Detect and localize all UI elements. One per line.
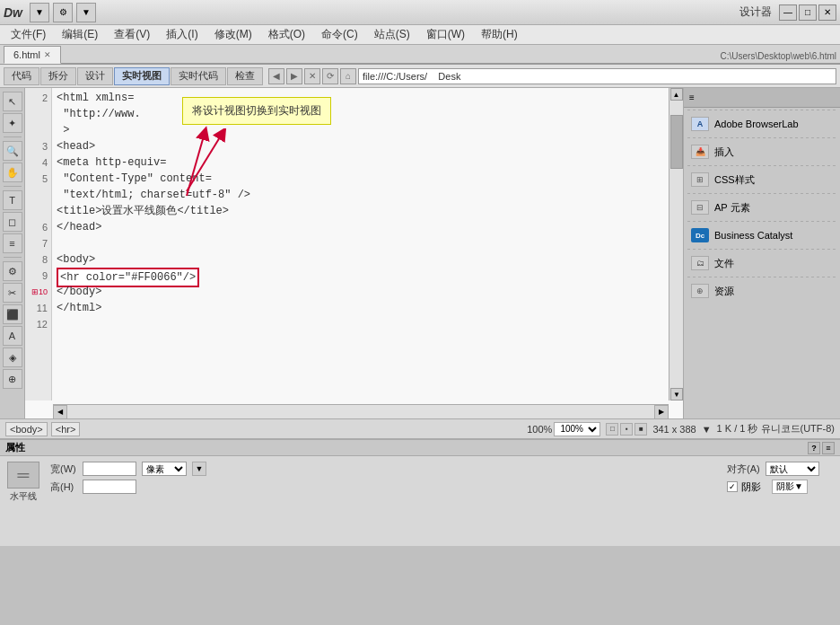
files-icon: 🗂 (691, 256, 709, 270)
nav-forward[interactable]: ▶ (286, 68, 302, 84)
menu-file[interactable]: 文件(F) (4, 25, 53, 44)
tool-insert[interactable]: ✦ (3, 113, 22, 133)
panel-item-browserlab[interactable]: A Adobe BrowserLab (684, 112, 840, 136)
title-tools: ▼ ⚙ ▼ (30, 3, 732, 22)
tool-6[interactable]: ⬛ (3, 304, 22, 324)
status-tag-hr[interactable]: <hr> (51, 422, 81, 436)
menu-edit[interactable]: 编辑(E) (55, 25, 105, 44)
minimize-button[interactable]: — (779, 4, 797, 21)
menu-insert[interactable]: 插入(I) (159, 25, 205, 44)
class-dropdown[interactable]: 阴影▼ (772, 480, 808, 494)
panel-item-assets[interactable]: ⊕ 资源 (684, 279, 840, 303)
status-tag-body[interactable]: <body> (5, 422, 48, 436)
tool-move[interactable]: ✋ (3, 163, 22, 182)
menu-site[interactable]: 站点(S) (367, 25, 417, 44)
tab-close-icon[interactable]: ✕ (44, 50, 51, 59)
tool-9[interactable]: ⊕ (3, 369, 22, 389)
code-line-2c: > (57, 122, 665, 138)
menu-modify[interactable]: 修改(M) (207, 25, 259, 44)
unit-dropdown-icon[interactable]: ▼ (192, 462, 206, 476)
ln-4: 4 (25, 154, 51, 171)
tooltip-box: 将设计视图切换到实时视图 (182, 97, 331, 125)
code-line-5: <title>设置水平线颜色</title> (57, 203, 665, 219)
panel-item-bc[interactable]: Dc Business Catalyst (684, 224, 840, 247)
unit-select[interactable]: 像素 % (142, 462, 187, 476)
tab-livecode[interactable]: 实时代码 (171, 67, 226, 85)
ap-icon: ⊟ (691, 200, 709, 215)
css-label: CSS样式 (714, 173, 755, 187)
ln-5: 5 (25, 171, 51, 187)
scrollbar-thumb-v[interactable] (670, 115, 683, 169)
tab-code[interactable]: 代码 (4, 67, 39, 85)
tool-btn-1[interactable]: ▼ (30, 3, 49, 22)
tool-arrow[interactable]: ↖ (3, 92, 22, 111)
ln-11: 11 (25, 300, 51, 316)
props-header-right: ? ≡ (808, 442, 835, 454)
ln-6: 6 (25, 219, 51, 235)
menu-view[interactable]: 查看(V) (107, 25, 157, 44)
tab-liveview[interactable]: 实时视图 (114, 67, 170, 85)
menu-bar: 文件(F) 编辑(E) 查看(V) 插入(I) 修改(M) 格式(O) 命令(C… (0, 25, 840, 45)
scroll-left-btn[interactable]: ◀ (53, 405, 67, 419)
scrollbar-horizontal[interactable]: ◀ ▶ (53, 404, 669, 418)
scrollbar-vertical[interactable]: ▲ ▼ (669, 88, 683, 401)
address-bar: 代码 拆分 设计 实时视图 实时代码 检查 ◀ ▶ ✕ ⟳ ⌂ (0, 65, 840, 88)
shadow-checkbox[interactable]: ✓ (727, 481, 738, 492)
props-row-height: 高(H) (50, 480, 718, 494)
scroll-right-btn[interactable]: ▶ (654, 405, 669, 419)
bc-icon: Dc (691, 228, 709, 242)
tool-4[interactable]: ⚙ (3, 261, 22, 281)
tool-zoom[interactable]: 🔍 (3, 141, 22, 161)
props-menu-btn[interactable]: ≡ (822, 442, 835, 454)
align-select[interactable]: 默认 左对齐 居中 右对齐 (766, 462, 819, 476)
tab-6html[interactable]: 6.html ✕ (4, 46, 61, 64)
panel-sep-1 (687, 110, 836, 110)
panel-item-css[interactable]: ⊞ CSS样式 (684, 168, 840, 191)
ln-12: 12 (25, 316, 51, 332)
close-button[interactable]: ✕ (818, 4, 836, 21)
code-line-12 (57, 316, 665, 332)
tab-design[interactable]: 设计 (77, 67, 113, 85)
right-panel-collapse[interactable]: ≡ (689, 92, 695, 102)
maximize-button[interactable]: □ (799, 4, 817, 21)
zoom-select[interactable]: 100% 75% 150% (554, 422, 600, 436)
width-label: 宽(W) (50, 462, 77, 476)
tool-1[interactable]: T (3, 190, 22, 210)
zoom-control: 100% 100% 75% 150% (527, 422, 600, 436)
nav-home[interactable]: ⌂ (340, 68, 356, 84)
tool-btn-2[interactable]: ⚙ (53, 3, 73, 22)
assets-icon: ⊕ (691, 284, 709, 298)
nav-back[interactable]: ◀ (268, 68, 284, 84)
view-tabs: 代码 拆分 设计 实时视图 实时代码 检查 (4, 67, 263, 85)
tool-2[interactable]: ◻ (3, 212, 22, 232)
menu-help[interactable]: 帮助(H) (474, 25, 525, 44)
code-content[interactable]: <html xmlns= "http://www. > <head> <meta… (53, 88, 669, 401)
panel-item-ap[interactable]: ⊟ AP 元素 (684, 196, 840, 219)
tool-7[interactable]: A (3, 326, 22, 346)
tool-5[interactable]: ✂ (3, 283, 22, 303)
props-icon-area: ═ 水平线 (5, 462, 41, 503)
status-icon-2[interactable]: ▪ (620, 423, 633, 436)
tool-3[interactable]: ≡ (3, 233, 22, 253)
menu-window[interactable]: 窗口(W) (419, 25, 472, 44)
tool-8[interactable]: ◈ (3, 348, 22, 367)
props-help-btn[interactable]: ? (808, 442, 820, 454)
status-icon-3[interactable]: ■ (634, 423, 647, 436)
tool-btn-3[interactable]: ▼ (76, 3, 96, 22)
width-input[interactable] (83, 462, 136, 476)
menu-format[interactable]: 格式(O) (261, 25, 312, 44)
address-input[interactable] (358, 68, 836, 84)
panel-item-insert[interactable]: 📥 插入 (684, 140, 840, 163)
nav-stop[interactable]: ✕ (304, 68, 320, 84)
menu-command[interactable]: 命令(C) (314, 25, 365, 44)
nav-refresh[interactable]: ⟳ (322, 68, 338, 84)
panel-sep-4 (687, 193, 836, 194)
tab-split[interactable]: 拆分 (40, 67, 76, 85)
height-label: 高(H) (50, 480, 77, 494)
tab-inspect[interactable]: 检查 (227, 67, 263, 85)
scroll-track-h[interactable] (67, 406, 654, 418)
props-header: 属性 ? ≡ (0, 440, 840, 456)
panel-item-files[interactable]: 🗂 文件 (684, 251, 840, 275)
height-input[interactable] (83, 480, 136, 494)
status-icon-1[interactable]: □ (606, 423, 618, 436)
